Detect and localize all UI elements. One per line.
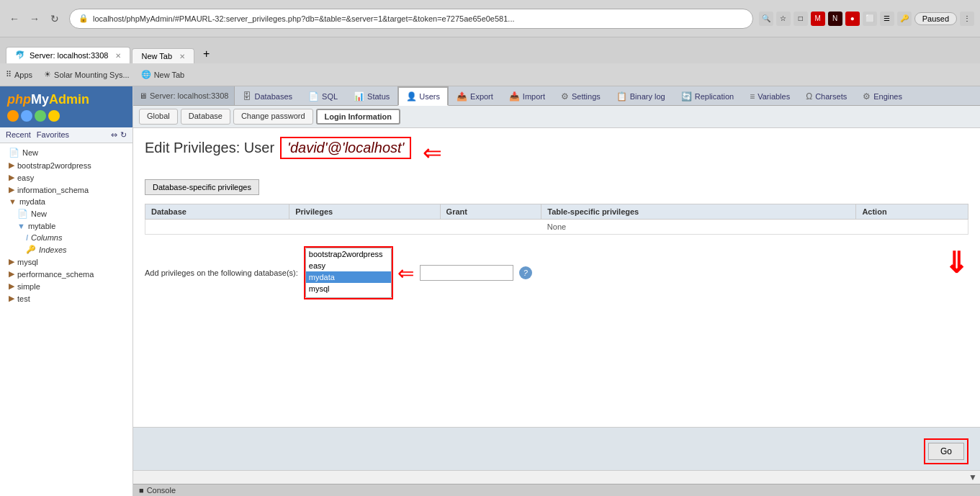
- tab-databases[interactable]: 🗄 Databases: [235, 86, 300, 105]
- tab-newtab[interactable]: New Tab ✕: [132, 48, 194, 63]
- tab-charsets[interactable]: Ω Charsets: [798, 86, 855, 105]
- replication-tab-icon: 🔄: [681, 91, 692, 102]
- menu-icon[interactable]: ⋮: [960, 12, 974, 26]
- server-icon: 🖥: [139, 91, 147, 100]
- db-specific-btn[interactable]: Database-specific privileges: [145, 179, 259, 195]
- tree-subsubitem-columns[interactable]: I Columns: [0, 232, 132, 243]
- export-tab-icon: 📤: [457, 91, 467, 102]
- tab-binary-log-label: Binary log: [630, 92, 665, 101]
- new-tab-button[interactable]: +: [196, 45, 217, 63]
- apps-button[interactable]: ⠿ Apps: [6, 70, 32, 79]
- address-bar[interactable]: 🔒 localhost/phpMyAdmin/#PMAURL-32:server…: [69, 9, 753, 29]
- db-listbox[interactable]: bootstrap2wordpress easy mydata mysql: [305, 248, 392, 298]
- tree-item-info-label: information_schema: [17, 186, 89, 194]
- db-text-input[interactable]: [420, 265, 513, 281]
- pma-tree: 📄 New ▶ bootstrap2wordpress ▶ easy ▶ inf…: [0, 143, 132, 496]
- recent-link[interactable]: Recent: [6, 130, 31, 140]
- paused-button[interactable]: Paused: [914, 12, 957, 25]
- databases-tab-icon: 🗄: [243, 91, 251, 102]
- search-ext-icon[interactable]: 🔍: [759, 12, 773, 26]
- ext7-icon[interactable]: 🔑: [897, 12, 912, 26]
- binary-log-tab-icon: 📋: [616, 91, 627, 102]
- tree-item-bootstrap2wordpress[interactable]: ▶ bootstrap2wordpress: [0, 159, 132, 171]
- tab-newtab-close-icon[interactable]: ✕: [179, 53, 185, 60]
- ext6-icon[interactable]: ☰: [880, 12, 894, 26]
- tree-item-mydata[interactable]: ▼ mydata: [0, 196, 132, 207]
- back-button[interactable]: ←: [6, 10, 23, 27]
- tree-subsubitem-indexes[interactable]: 🔑 Indexes: [0, 243, 132, 256]
- table-icon-mytable: ▼: [17, 222, 25, 230]
- sub-tab-change-password[interactable]: Change password: [233, 109, 313, 125]
- db-icon-mydata: ▼: [9, 197, 17, 206]
- right-arrows: ⇓: [944, 246, 968, 279]
- server-tab-header: 🖥 Server: localhost:3308: [133, 86, 235, 105]
- option-mysql[interactable]: mysql: [306, 283, 391, 294]
- tree-subitem-mytable[interactable]: ▼ mytable: [0, 220, 132, 232]
- table-header-row: Database Privileges Grant Table-specific…: [145, 204, 968, 220]
- tab-settings[interactable]: ⚙ Settings: [553, 86, 608, 105]
- tab-status[interactable]: 📊 Status: [346, 86, 397, 105]
- tab-users-label: Users: [419, 92, 440, 101]
- sub-tab-change-password-label: Change password: [241, 112, 305, 120]
- tree-item-simple[interactable]: ▶ simple: [0, 280, 132, 292]
- sub-tab-global[interactable]: Global: [139, 109, 178, 125]
- tree-item-simple-label: simple: [17, 282, 40, 291]
- tab-replication[interactable]: 🔄 Replication: [673, 86, 742, 105]
- tree-item-performance-schema[interactable]: ▶ performance_schema: [0, 268, 132, 280]
- tab-newtab-label: New Tab: [141, 52, 172, 60]
- tree-item-test[interactable]: ▶ test: [0, 292, 132, 305]
- sub-tab-database[interactable]: Database: [181, 109, 230, 125]
- th-privileges: Privileges: [289, 204, 440, 220]
- tab-charsets-label: Charsets: [815, 92, 847, 101]
- ext3-icon[interactable]: N: [828, 12, 842, 26]
- console-toggle-icon[interactable]: ■: [139, 486, 144, 495]
- go-button[interactable]: Go: [928, 443, 964, 460]
- sidebar-icon2[interactable]: ↻: [120, 130, 127, 140]
- browser-tabs: 🐬 Server: localhost:3308 ✕ New Tab ✕ +: [0, 37, 980, 63]
- db-icon-mysql: ▶: [9, 257, 14, 266]
- indexes-icon: 🔑: [26, 245, 36, 254]
- tree-subitem-new[interactable]: 📄 New: [0, 207, 132, 220]
- sub-tab-login-info[interactable]: Login Information: [316, 109, 400, 125]
- tree-item-new[interactable]: 📄 New: [0, 146, 132, 159]
- reload-button[interactable]: ↻: [46, 10, 63, 27]
- pma-page: Edit Privileges: User 'david'@'localhost…: [133, 128, 980, 427]
- tree-item-b2w-label: bootstrap2wordpress: [17, 161, 91, 170]
- sub-tab-database-label: Database: [189, 112, 222, 120]
- tree-item-easy-label: easy: [17, 173, 34, 182]
- tree-subsubitem-indexes-label: Indexes: [39, 245, 67, 254]
- ext2-icon[interactable]: M: [811, 12, 825, 26]
- option-mydata[interactable]: mydata: [306, 271, 391, 283]
- tab-import[interactable]: 📥 Import: [501, 86, 553, 105]
- tab-sql[interactable]: 📄 SQL: [300, 86, 346, 105]
- server-label: Server: localhost:3308: [150, 91, 228, 100]
- option-b2w[interactable]: bootstrap2wordpress: [306, 248, 391, 260]
- tree-item-mysql[interactable]: ▶ mysql: [0, 256, 132, 268]
- help-icon[interactable]: ?: [519, 266, 532, 279]
- tab-server[interactable]: 🐬 Server: localhost:3308 ✕: [6, 47, 130, 63]
- tab-binary-log[interactable]: 📋 Binary log: [608, 86, 673, 105]
- forward-button[interactable]: →: [26, 10, 43, 27]
- ext1-icon[interactable]: □: [794, 12, 808, 26]
- tab-variables[interactable]: ≡ Variables: [742, 86, 798, 105]
- ext5-icon[interactable]: ⬜: [863, 12, 877, 26]
- favorites-link[interactable]: Favorites: [37, 130, 69, 140]
- star-ext-icon[interactable]: ☆: [776, 12, 791, 26]
- tab-engines[interactable]: ⚙ Engines: [855, 86, 910, 105]
- db-selector-area: Add privileges on the following database…: [145, 240, 532, 305]
- ext4-icon[interactable]: ●: [845, 12, 860, 26]
- minimize-icon[interactable]: ▼: [968, 472, 977, 482]
- th-action: Action: [856, 204, 968, 220]
- option-easy[interactable]: easy: [306, 260, 391, 271]
- pma-content: 🖥 Server: localhost:3308 🗄 Databases 📄 S…: [133, 86, 980, 496]
- tree-item-easy[interactable]: ▶ easy: [0, 171, 132, 184]
- sidebar-icon1[interactable]: ⇔: [111, 130, 117, 140]
- tab-label: Server: localhost:3308: [30, 51, 108, 60]
- tree-item-perf-label: performance_schema: [17, 270, 94, 279]
- tab-close-icon[interactable]: ✕: [115, 52, 121, 60]
- bookmark-newtab[interactable]: 🌐 New Tab: [141, 70, 185, 79]
- tab-export[interactable]: 📤 Export: [449, 86, 501, 105]
- bookmark-solar[interactable]: ☀ Solar Mounting Sys...: [44, 70, 130, 79]
- tab-users[interactable]: 👤 Users: [397, 86, 449, 106]
- tree-item-info-schema[interactable]: ▶ information_schema: [0, 184, 132, 196]
